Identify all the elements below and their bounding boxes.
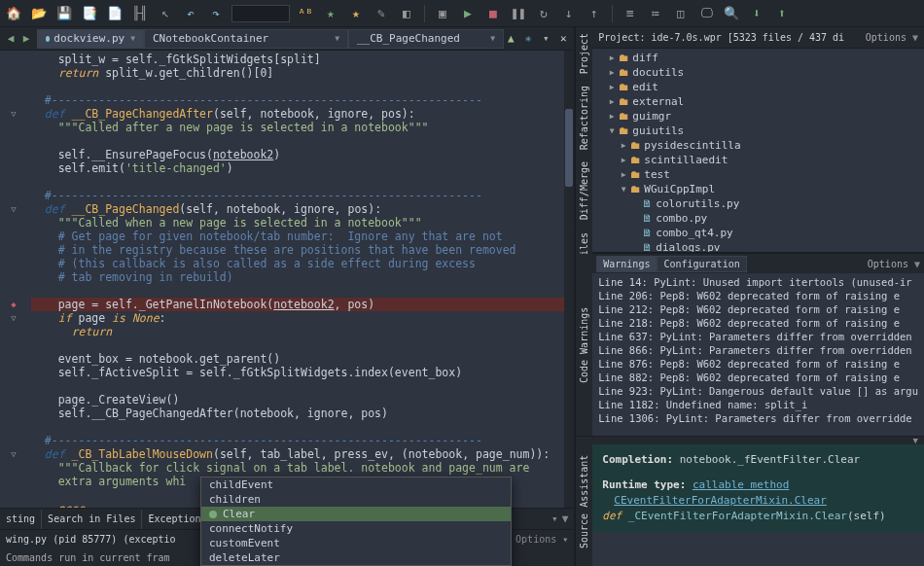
breadcrumb-bar: ◀ ▶ dockview.py ▼ CNotebookContainer ▼ _…	[0, 27, 574, 51]
home-icon[interactable]: 🏠	[4, 4, 23, 23]
debug-file-icon[interactable]: ▣	[433, 4, 452, 23]
panel-config-icon[interactable]: ▾	[551, 513, 558, 525]
runtime-link-2[interactable]: CEventFilterForAdapterMixin.Clear	[614, 494, 827, 507]
toolbar-search-input[interactable]	[231, 5, 290, 22]
monitor-icon[interactable]: 🖵	[696, 4, 716, 23]
tree-folder[interactable]: ▶🖿pysidescintilla	[596, 138, 920, 153]
replace-icon[interactable]: ᴬᴮ	[296, 4, 315, 23]
warning-item[interactable]: Line 637: PyLint: Parameters differ from…	[598, 330, 918, 343]
save-icon[interactable]: 💾	[54, 4, 74, 23]
project-panel-header: Project: ide-7.0s.wpr [5323 files / 437 …	[592, 27, 924, 49]
warning-icon[interactable]: ▲	[504, 32, 517, 46]
tree-folder[interactable]: ▶🖿diff	[596, 51, 920, 65]
editor-gutter[interactable]: ▽▽◆▽▽	[0, 51, 27, 508]
step-in-icon[interactable]: ↓	[559, 4, 579, 23]
fwd-icon[interactable]: ↷	[206, 4, 226, 23]
bookmark-icon[interactable]: ◧	[397, 4, 416, 23]
tree-folder[interactable]: ▼🖿guiutils	[596, 124, 920, 138]
back-icon[interactable]: ↶	[181, 4, 200, 23]
warning-item[interactable]: Line 206: Pep8: W602 deprecated form of …	[598, 289, 918, 302]
tree-folder[interactable]: ▶🖿edit	[596, 80, 920, 94]
save-all-icon[interactable]: 📑	[80, 4, 99, 23]
tree-file[interactable]: 🗎colorutils.py	[596, 196, 920, 211]
open-icon[interactable]: 📂	[29, 4, 49, 23]
step-out-icon[interactable]: ↑	[585, 4, 604, 23]
tree-file[interactable]: 🗎dialogs.pv	[596, 240, 920, 252]
warnings-options[interactable]: Options	[868, 259, 908, 269]
crumb-file[interactable]: dockview.py ▼	[37, 29, 144, 49]
autocomplete-item[interactable]: deleteLater	[201, 550, 511, 565]
vtab-diff-merge[interactable]: Diff/Merge	[575, 156, 592, 226]
project-options[interactable]: Options	[866, 32, 906, 43]
warning-item[interactable]: Line 1306: PyLint: Parameters differ fro…	[598, 411, 918, 425]
warning-item[interactable]: Line 882: Pep8: W602 deprecated form of …	[598, 371, 918, 384]
autocomplete-item[interactable]: children	[201, 492, 511, 507]
project-tree[interactable]: ▶🖿diff▶🖿docutils▶🖿edit▶🖿external▶🖿guimgr…	[592, 49, 924, 252]
nav-back-icon[interactable]: ◀	[4, 32, 18, 46]
crumb-method[interactable]: __CB_PageChanged ▼	[348, 29, 504, 49]
cursor-icon[interactable]: ↖	[156, 4, 175, 23]
file-icon: 🗎	[642, 196, 653, 211]
code-text[interactable]: split_w = self._fGtkSplitWidgets[split] …	[27, 51, 574, 508]
comment-icon[interactable]: ✎	[372, 4, 391, 23]
def-args: (self)	[847, 510, 886, 522]
warnings-list[interactable]: Line 14: PyLint: Unused import itertools…	[592, 273, 924, 427]
collapse-icon[interactable]: ▼	[914, 259, 920, 269]
tree-folder[interactable]: ▶🖿scintillaedit	[596, 153, 920, 167]
stack-icon[interactable]: ≡	[621, 4, 640, 23]
tab-warnings[interactable]: Warnings	[596, 256, 657, 272]
run-icon[interactable]: ▶	[458, 4, 478, 23]
bottom-tab[interactable]: sting	[0, 510, 42, 529]
warning-item[interactable]: Line 876: Pep8: W602 deprecated form of …	[598, 357, 918, 371]
down-icon[interactable]: ⬇	[747, 4, 766, 23]
tab-configuration[interactable]: Configuration	[657, 256, 746, 272]
code-editor[interactable]: ▽▽◆▽▽ split_w = self._fGtkSplitWidgets[s…	[0, 51, 574, 508]
tree-file[interactable]: 🗎combo_qt4.py	[596, 226, 920, 240]
chart-icon[interactable]: ╟╢	[130, 4, 150, 23]
vtab-refactoring[interactable]: Refactoring	[575, 80, 592, 156]
warning-item[interactable]: Line 1182: Undefined name: split_i	[598, 398, 918, 411]
warning-item[interactable]: Line 14: PyLint: Unused import itertools…	[598, 275, 918, 289]
star-icon[interactable]: ★	[321, 4, 340, 23]
options-icon[interactable]: ▾	[539, 32, 552, 46]
autocomplete-item[interactable]: connectNotify	[201, 521, 511, 536]
warning-item[interactable]: Line 923: PyLint: Dangerous default valu…	[598, 384, 918, 398]
warning-item[interactable]: Line 212: Pep8: W602 deprecated form of …	[598, 302, 918, 316]
editor-scrollbar-v[interactable]	[564, 51, 574, 508]
autocomplete-item[interactable]: customEvent	[201, 536, 511, 550]
tree-folder[interactable]: ▶🖿test	[596, 167, 920, 182]
status-opt-icon[interactable]: Options ▾	[515, 534, 568, 545]
bottom-tab[interactable]: Search in Files	[42, 510, 142, 529]
completion-label: Completion:	[602, 453, 673, 466]
tree-folder[interactable]: ▼🖿WGuiCppImpl	[596, 182, 920, 196]
nav-fwd-icon[interactable]: ▶	[19, 32, 33, 46]
stop-icon[interactable]: ■	[483, 4, 503, 23]
autocomplete-item[interactable]: Clear	[201, 507, 511, 521]
tree-folder[interactable]: ▶🖿guimgr	[596, 109, 920, 124]
bug-icon[interactable]: ✳	[521, 32, 535, 46]
crumb-class[interactable]: CNotebookContainer ▼	[144, 29, 348, 49]
save-as-icon[interactable]: 📄	[105, 4, 124, 23]
autocomplete-item[interactable]: childEvent	[201, 478, 511, 492]
star-add-icon[interactable]: ★	[346, 4, 366, 23]
tree-folder[interactable]: ▶🖿docutils	[596, 65, 920, 80]
tree-file[interactable]: 🗎combo.py	[596, 211, 920, 226]
runtime-link-1[interactable]: callable method	[693, 478, 789, 491]
vars-icon[interactable]: ≔	[646, 4, 665, 23]
vtab-source-assistant[interactable]: Source Assistant	[575, 437, 592, 566]
warning-item[interactable]: Line 866: PyLint: Parameters differ from…	[598, 343, 918, 357]
pause-icon[interactable]: ❚❚	[509, 4, 528, 23]
vtab-code-warnings[interactable]: Code Warnings	[575, 254, 592, 436]
collapse-icon[interactable]: ▼	[912, 32, 918, 43]
close-icon[interactable]: ✕	[556, 32, 570, 46]
crumb-class-label: CNotebookContainer	[153, 32, 268, 45]
tree-folder[interactable]: ▶🖿external	[596, 94, 920, 109]
autocomplete-popup[interactable]: childEventchildrenClearconnectNotifycust…	[200, 477, 512, 566]
collapse-icon[interactable]: ▼	[562, 513, 569, 525]
find-icon[interactable]: 🔍	[722, 4, 741, 23]
diff-icon[interactable]: ◫	[671, 4, 691, 23]
vtab-project[interactable]: Project	[575, 27, 592, 80]
up-icon[interactable]: ⬆	[772, 4, 792, 23]
warning-item[interactable]: Line 218: Pep8: W602 deprecated form of …	[598, 316, 918, 330]
step-over-icon[interactable]: ↻	[534, 4, 553, 23]
